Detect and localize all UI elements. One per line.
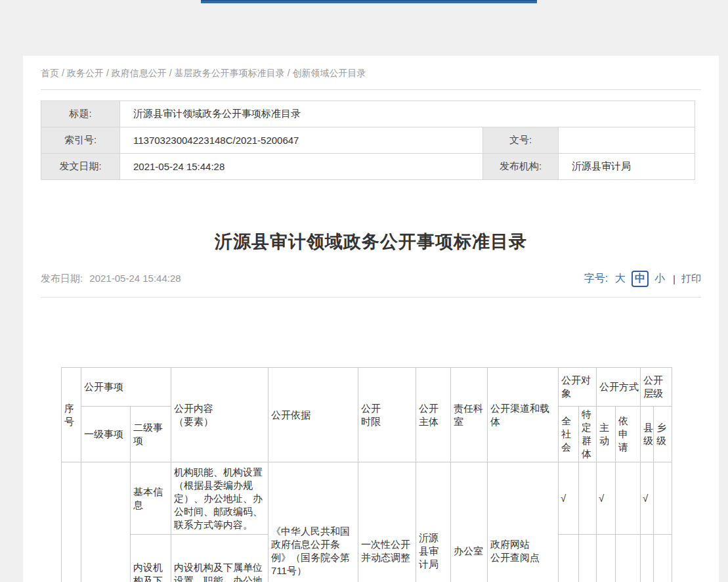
header-responsible-dept: 责任科室 — [451, 368, 488, 462]
header-channels: 公开渠道和载体 — [488, 368, 559, 462]
cell-level2-item: 内设机构及下属事业单位 — [131, 535, 171, 582]
breadcrumb-item[interactable]: 创新领域公开目录 — [293, 68, 366, 78]
breadcrumb-divider — [41, 89, 701, 90]
cell-content: 内设机构及下属单位设置、职能、办公地址、办公时间、联系方式、负责人姓名等 — [171, 535, 268, 582]
catalog-header-row-1: 序号 公开事项 公开内容 （要素） 公开依据 公开 时限 公开 主体 责任科室 … — [62, 368, 672, 407]
cell-level1-item — [81, 462, 131, 582]
cell-basis: 《中华人民共和国政府信息公开条例》（国务院令第711号） — [268, 462, 358, 582]
cell-channels: 政府网站 公开查阅点 — [488, 462, 559, 582]
header-audience: 公开对象 — [559, 368, 597, 407]
breadcrumb-separator: / — [62, 68, 64, 78]
header-proactive: 主动 — [597, 407, 616, 462]
breadcrumb-separator: / — [106, 68, 109, 78]
header-on-request: 依申请 — [616, 407, 641, 462]
meta-row-title: 标题: 沂源县审计领域政务公开事项标准目录 — [41, 101, 695, 127]
header-township-level: 乡级 — [654, 407, 672, 462]
page-content: 首页/政务公开/政府信息公开/基层政务公开事项标准目录/创新领域公开目录 标题:… — [23, 56, 719, 582]
document-meta-table: 标题: 沂源县审计领域政务公开事项标准目录 索引号: 1137032300422… — [41, 101, 695, 180]
header-basis: 公开依据 — [268, 368, 358, 462]
cell-on-request — [616, 535, 641, 582]
cell-serial — [62, 462, 81, 582]
header-specific-groups: 特定群体 — [579, 407, 597, 462]
print-button[interactable]: 打印 — [681, 273, 701, 285]
cell-specific-groups — [579, 535, 597, 582]
font-size-medium-button[interactable]: 中 — [632, 271, 649, 287]
header-whole-society: 全社 会 — [559, 407, 579, 462]
meta-date-label: 发文日期: — [41, 154, 120, 180]
meta-docnum-value — [559, 127, 695, 154]
cell-county-check: √ — [641, 535, 654, 582]
header-time-limit: 公开 时限 — [358, 368, 416, 462]
cell-subject: 沂源县审计局 — [416, 462, 451, 582]
cell-content: 机构职能、机构设置（根据县委编办规定）、办公地址、办公时间、邮政编码、联系方式等… — [171, 462, 268, 535]
toolbar-divider-line — [41, 297, 701, 298]
cell-level2-item: 基本信息 — [131, 462, 171, 535]
cell-specific-groups — [579, 462, 597, 535]
font-size-small-button[interactable]: 小 — [654, 272, 665, 286]
font-size-tools: 字号: 大 中 小 | 打印 — [584, 271, 701, 287]
meta-org-value: 沂源县审计局 — [559, 154, 695, 180]
cell-whole-society-check: √ — [559, 462, 579, 535]
top-nav-bar-edge — [201, 0, 537, 3]
cell-township — [654, 535, 672, 582]
meta-title-value: 沂源县审计领域政务公开事项标准目录 — [120, 101, 695, 127]
meta-docnum-label: 文号: — [483, 127, 559, 154]
meta-row-index: 索引号: 11370323004223148C/2021-5200647 文号: — [41, 127, 695, 154]
header-content: 公开内容 （要素） — [171, 368, 268, 462]
breadcrumb-separator: / — [169, 68, 172, 78]
cell-township — [654, 462, 672, 535]
breadcrumb-item[interactable]: 政务公开 — [67, 68, 104, 78]
breadcrumb-item[interactable]: 基层政务公开事项标准目录 — [175, 68, 285, 78]
meta-title-label: 标题: — [41, 101, 120, 127]
publish-date-value: 2021-05-24 15:44:28 — [89, 273, 181, 284]
catalog-row-basic-info: 基本信息 机构职能、机构设置（根据县委编办规定）、办公地址、办公时间、邮政编码、… — [62, 462, 672, 535]
header-county-level: 县级 — [641, 407, 654, 462]
header-level1-item: 一级事项 — [81, 407, 131, 462]
breadcrumb: 首页/政务公开/政府信息公开/基层政务公开事项标准目录/创新领域公开目录 — [41, 56, 701, 79]
header-subject: 公开 主体 — [416, 368, 451, 462]
header-serial: 序号 — [62, 368, 81, 462]
header-level2-item: 二级事项 — [131, 407, 171, 462]
publish-toolbar: 发布日期: 2021-05-24 15:44:28 字号: 大 中 小 | 打印 — [41, 271, 701, 287]
header-level: 公开层级 — [641, 368, 672, 407]
catalog-table: 序号 公开事项 公开内容 （要素） 公开依据 公开 时限 公开 主体 责任科室 … — [61, 367, 672, 582]
cell-on-request — [616, 462, 641, 535]
toolbar-divider: | — [673, 273, 675, 284]
meta-row-date: 发文日期: 2021-05-24 15:44:28 发布机构: 沂源县审计局 — [41, 154, 695, 180]
meta-index-value: 11370323004223148C/2021-5200647 — [120, 127, 483, 154]
meta-index-label: 索引号: — [41, 127, 120, 154]
catalog-table-wrap: 序号 公开事项 公开内容 （要素） 公开依据 公开 时限 公开 主体 责任科室 … — [61, 367, 701, 582]
cell-county-check: √ — [641, 462, 654, 535]
breadcrumb-separator: / — [288, 68, 290, 78]
cell-time-limit: 一次性公开并动态调整 — [358, 462, 416, 582]
header-method: 公开方式 — [597, 368, 641, 407]
breadcrumb-item[interactable]: 首页 — [41, 68, 59, 78]
font-size-label: 字号: — [584, 272, 608, 286]
breadcrumb-item[interactable]: 政府信息公开 — [112, 68, 167, 78]
meta-org-label: 发布机构: — [483, 154, 559, 180]
publish-date-label: 发布日期: — [41, 273, 83, 284]
cell-proactive-check: √ — [597, 535, 616, 582]
header-disclosure-item: 公开事项 — [81, 368, 171, 407]
cell-proactive-check: √ — [597, 462, 616, 535]
publish-date: 发布日期: 2021-05-24 15:44:28 — [41, 273, 181, 285]
font-size-large-button[interactable]: 大 — [615, 272, 626, 286]
cell-whole-society-check: √ — [559, 535, 579, 582]
cell-responsible-dept: 办公室 — [451, 462, 488, 582]
meta-date-value: 2021-05-24 15:44:28 — [120, 154, 483, 180]
page-title: 沂源县审计领域政务公开事项标准目录 — [41, 230, 701, 254]
